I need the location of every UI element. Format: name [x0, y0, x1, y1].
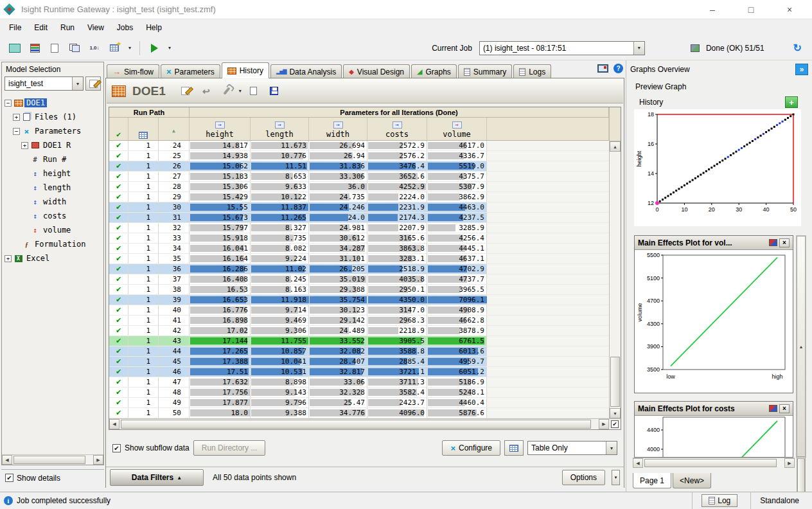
value-cell[interactable]: 4375.7 — [427, 172, 487, 181]
tree-item-height[interactable]: ↕height — [3, 166, 103, 181]
gateway-icon[interactable] — [6, 40, 23, 57]
table-hscroll-track[interactable] — [119, 419, 599, 429]
value-cell[interactable]: 10.531 — [251, 367, 309, 377]
value-cell[interactable]: 31.836 — [309, 161, 367, 171]
value-cell[interactable]: 16.898 — [190, 316, 251, 325]
value-cell[interactable]: 4256.4 — [427, 233, 487, 243]
table-row[interactable]: ✔14116.8989.46929.1422968.34662.8 — [109, 316, 609, 326]
data-filters-button[interactable]: Data Filters ▲ — [110, 469, 204, 486]
maximize-button[interactable]: □ — [743, 4, 759, 15]
value-cell[interactable]: 6013.6 — [427, 346, 487, 356]
tree-item-costs[interactable]: ↕costs — [3, 209, 103, 223]
value-cell[interactable]: 16.776 — [190, 305, 251, 315]
value-cell[interactable]: 11.673 — [251, 141, 309, 150]
value-cell[interactable]: 4959.7 — [427, 357, 487, 366]
value-cell[interactable]: 2218.9 — [367, 326, 427, 335]
table-row[interactable]: ✔13115.67311.26524.02174.34237.5 — [109, 213, 609, 223]
column-header-width[interactable]: →width — [309, 118, 367, 140]
menu-file[interactable]: File — [3, 21, 28, 34]
grid-options-caret-icon[interactable]: ▾ — [126, 40, 134, 57]
export-graph-icon[interactable] — [769, 239, 777, 246]
table-row[interactable]: ✔13315.9188.73530.6123165.64256.4 — [109, 233, 609, 244]
sidebar-hscrollbar[interactable]: ◀ ▶ — [2, 454, 103, 465]
value-cell[interactable]: 2885.4 — [367, 357, 427, 366]
value-cell[interactable]: 15.062 — [190, 161, 251, 171]
value-cell[interactable]: 8.163 — [251, 285, 309, 294]
options-button[interactable]: Options — [562, 470, 605, 485]
value-cell[interactable]: 9.714 — [251, 305, 309, 315]
value-cell[interactable]: 16.408 — [190, 274, 251, 284]
tab-summary[interactable]: Summary — [458, 64, 512, 78]
table-row[interactable]: ✔13215.7978.32724.9812207.93285.9 — [109, 223, 609, 233]
value-cell[interactable]: 3905.5 — [367, 336, 427, 346]
value-cell[interactable]: 17.756 — [190, 388, 251, 397]
close-graph-icon[interactable]: × — [779, 404, 790, 413]
table-row[interactable]: ✔15018.09.38834.7764096.05876.6 — [109, 408, 609, 418]
configure-button[interactable]: × Configure — [442, 440, 500, 456]
value-cell[interactable]: 3863.8 — [367, 244, 427, 253]
run-options-caret-icon[interactable]: ▾ — [166, 40, 173, 57]
table-vscroll-track[interactable] — [610, 152, 621, 408]
value-cell[interactable]: 3878.9 — [427, 326, 487, 335]
value-cell[interactable]: 4096.0 — [367, 408, 427, 418]
value-cell[interactable]: 15.306 — [190, 182, 251, 192]
value-cell[interactable]: 9.143 — [251, 388, 309, 397]
table-row[interactable]: ✔14717.6328.89833.063711.35186.9 — [109, 377, 609, 388]
table-row[interactable]: ✔14217.029.30624.4892218.93878.9 — [109, 326, 609, 336]
graphs-vscrollbar[interactable]: ▲ ▼ — [796, 235, 806, 458]
table-row[interactable]: ✔12615.06211.5131.8363476.45519.0 — [109, 161, 609, 172]
tree-item-length[interactable]: ↕length — [3, 181, 103, 195]
tree-item-excel[interactable]: +XExcel — [3, 251, 103, 265]
value-cell[interactable]: 17.388 — [190, 357, 251, 366]
tab-history[interactable]: History — [222, 62, 269, 78]
value-cell[interactable]: 15.673 — [190, 213, 251, 222]
value-cell[interactable]: 36.0 — [309, 182, 367, 192]
value-cell[interactable]: 8.898 — [251, 377, 309, 387]
value-cell[interactable]: 6051.2 — [427, 367, 487, 377]
windows-icon[interactable] — [66, 40, 83, 57]
table-row[interactable]: ✔14317.14411.75533.5523905.56761.5 — [109, 336, 609, 346]
close-button[interactable]: × — [781, 4, 798, 15]
value-cell[interactable]: 15.797 — [190, 223, 251, 233]
history-preview-graph[interactable]: 1214161801020304050height — [634, 109, 801, 226]
value-cell[interactable]: 33.306 — [309, 172, 367, 181]
screen-icon[interactable] — [594, 60, 611, 76]
value-cell[interactable]: 4237.5 — [427, 213, 487, 222]
value-cell[interactable]: 4035.8 — [367, 274, 427, 284]
view-mode-select[interactable]: Table Only ▾ — [527, 441, 617, 455]
value-cell[interactable]: 17.51 — [190, 367, 251, 377]
document-icon[interactable] — [46, 40, 63, 57]
page-tab-page-1[interactable]: Page 1 — [633, 473, 671, 488]
scroll-thumb[interactable] — [13, 456, 85, 464]
table-row[interactable]: ✔13916.65311.91835.7544350.07096.1 — [109, 295, 609, 305]
plus-expander-icon[interactable]: + — [21, 142, 28, 149]
value-cell[interactable]: 24.246 — [309, 202, 367, 212]
value-cell[interactable]: 16.653 — [190, 295, 251, 305]
value-cell[interactable]: 5519.0 — [427, 161, 487, 171]
graphs-hscroll-track[interactable] — [643, 458, 784, 468]
value-cell[interactable]: 3862.9 — [427, 192, 487, 202]
value-cell[interactable]: 32.082 — [309, 346, 367, 356]
value-cell[interactable]: 9.796 — [251, 398, 309, 407]
value-cell[interactable]: 11.02 — [251, 264, 309, 274]
value-cell[interactable]: 4252.9 — [367, 182, 427, 192]
refresh-icon[interactable]: ↻ — [793, 42, 802, 54]
value-cell[interactable]: 3582.4 — [367, 388, 427, 397]
save-icon[interactable] — [266, 83, 283, 100]
value-cell[interactable]: 35.019 — [309, 274, 367, 284]
value-cell[interactable]: 4702.9 — [427, 264, 487, 274]
scroll-left-icon[interactable]: ◀ — [633, 458, 643, 468]
show-details-checkbox[interactable]: ✔ — [5, 474, 13, 482]
value-cell[interactable]: 26.205 — [309, 264, 367, 274]
value-cell[interactable]: 25.47 — [309, 398, 367, 407]
tree-item-volume[interactable]: ↕volume — [3, 223, 103, 237]
value-cell[interactable]: 11.837 — [251, 202, 309, 212]
menu-run[interactable]: Run — [54, 21, 81, 34]
value-cell[interactable]: 10.122 — [251, 192, 309, 202]
value-cell[interactable]: 10.041 — [251, 357, 309, 366]
value-cell[interactable]: 17.877 — [190, 398, 251, 407]
value-cell[interactable]: 2518.9 — [367, 264, 427, 274]
value-cell[interactable]: 17.265 — [190, 346, 251, 356]
table-row[interactable]: ✔13616.28611.0226.2052518.94702.9 — [109, 264, 609, 274]
value-cell[interactable]: 3965.5 — [427, 285, 487, 294]
